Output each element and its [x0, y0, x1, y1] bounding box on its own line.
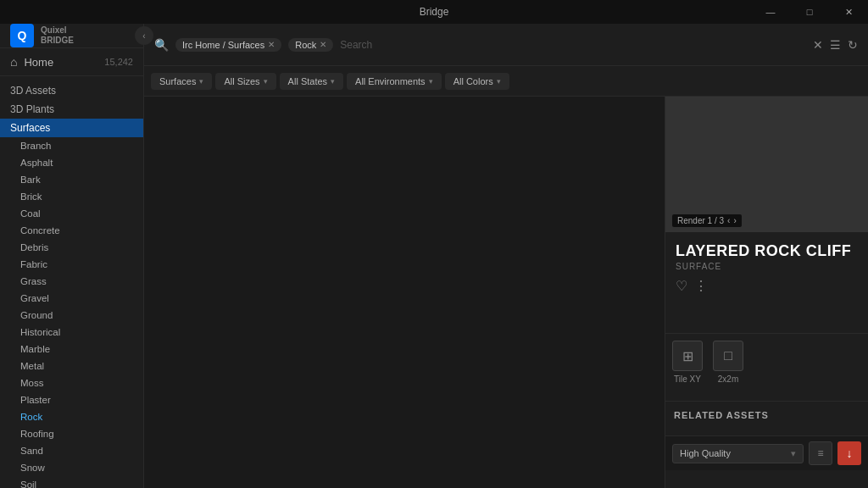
detail-subtitle: SURFACE — [676, 262, 858, 271]
favorite-button[interactable]: ♡ — [676, 278, 687, 294]
refresh-icon[interactable]: ↻ — [848, 38, 858, 52]
sidebar-item-fabric[interactable]: Fabric — [0, 256, 143, 273]
sidebar-item-roofing[interactable]: Roofing — [0, 425, 143, 442]
collapse-sidebar-button[interactable]: ‹ — [135, 26, 153, 45]
app-title: Bridge — [420, 6, 449, 18]
sidebar: Q Quixel BRIDGE ‹ ⌂ Home 15,242 3D Asset… — [0, 24, 144, 488]
nav-section: 3D Assets3D PlantsSurfacesBranchAsphaltB… — [0, 76, 143, 488]
filter-all-sizes[interactable]: All Sizes▾ — [215, 73, 275, 90]
search-bar: 🔍 Irc Home / Surfaces ✕ Rock ✕ ✕ ☰ ↻ — [144, 24, 868, 66]
app-container: Q Quixel BRIDGE ‹ ⌂ Home 15,242 3D Asset… — [0, 24, 868, 488]
asset-grid — [144, 97, 665, 488]
filter-chevron-icon: ▾ — [331, 77, 335, 86]
sidebar-item-asphalt[interactable]: Asphalt — [0, 154, 143, 171]
download-button[interactable]: ↓ — [837, 441, 861, 465]
search-tag-home[interactable]: Irc Home / Surfaces ✕ — [175, 38, 281, 52]
prev-render-button[interactable]: ‹ — [727, 216, 730, 225]
tile-size-button[interactable]: □ 2x2m — [713, 341, 743, 384]
settings-icon[interactable]: ☰ — [830, 38, 841, 52]
home-label: Home — [24, 56, 104, 69]
sidebar-item-grass[interactable]: Grass — [0, 273, 143, 290]
close-button[interactable]: ✕ — [829, 0, 868, 24]
titlebar: Bridge — □ ✕ — [0, 0, 868, 24]
logo-text: Quixel BRIDGE — [41, 25, 74, 46]
sidebar-item-brick[interactable]: Brick — [0, 188, 143, 205]
sidebar-item-soil[interactable]: Soil — [0, 476, 143, 488]
search-input[interactable] — [340, 39, 806, 51]
maximize-button[interactable]: □ — [790, 0, 829, 24]
sidebar-item-snow[interactable]: Snow — [0, 459, 143, 476]
sidebar-item-sand[interactable]: Sand — [0, 442, 143, 459]
tile-size-icon: □ — [713, 341, 743, 371]
filter-chevron-icon: ▾ — [429, 77, 433, 86]
quality-select[interactable]: High Quality ▾ — [672, 444, 804, 463]
main-area: Render 1 / 3 ‹ › LAYERED ROCK CLIFF SURF… — [144, 97, 868, 488]
sidebar-item-3d-assets[interactable]: 3D Assets — [0, 81, 143, 100]
tile-section: ⊞ Tile XY □ 2x2m — [665, 333, 868, 391]
window-controls: — □ ✕ — [751, 0, 868, 24]
minimize-button[interactable]: — — [751, 0, 790, 24]
filter-chevron-icon: ▾ — [497, 77, 501, 86]
sidebar-item-branch[interactable]: Branch — [0, 137, 143, 154]
detail-preview: Render 1 / 3 ‹ › — [665, 97, 868, 232]
sidebar-item-bark[interactable]: Bark — [0, 171, 143, 188]
remove-tag1-button[interactable]: ✕ — [268, 40, 275, 49]
related-section: RELATED ASSETS — [665, 401, 868, 435]
filter-surfaces[interactable]: Surfaces▾ — [151, 73, 212, 90]
filter-chevron-icon: ▾ — [264, 77, 268, 86]
sidebar-item-coal[interactable]: Coal — [0, 205, 143, 222]
detail-title: LAYERED ROCK CLIFF — [676, 242, 858, 260]
related-title: RELATED ASSETS — [674, 410, 860, 420]
filter-all-colors[interactable]: All Colors▾ — [445, 73, 509, 90]
content-area: 🔍 Irc Home / Surfaces ✕ Rock ✕ ✕ ☰ ↻ Sur… — [144, 24, 868, 488]
clear-search-button[interactable]: ✕ — [813, 38, 823, 52]
next-render-button[interactable]: › — [733, 216, 736, 225]
tile-xy-icon: ⊞ — [672, 341, 703, 371]
home-count: 15,242 — [104, 57, 133, 67]
sidebar-item-home[interactable]: ⌂ Home 15,242 — [0, 48, 143, 76]
sidebar-item-marble[interactable]: Marble — [0, 341, 143, 358]
download-options-button[interactable]: ≡ — [809, 441, 832, 465]
filter-all-environments[interactable]: All Environments▾ — [347, 73, 442, 90]
search-icon: 🔍 — [154, 38, 169, 52]
sidebar-item-debris[interactable]: Debris — [0, 239, 143, 256]
more-options-button[interactable]: ⋮ — [694, 278, 708, 294]
sidebar-item-concrete[interactable]: Concrete — [0, 222, 143, 239]
detail-info: LAYERED ROCK CLIFF SURFACE ♡ ⋮ — [665, 232, 868, 333]
sidebar-item-gravel[interactable]: Gravel — [0, 290, 143, 307]
detail-actions: ♡ ⋮ — [676, 278, 858, 294]
remove-tag2-button[interactable]: ✕ — [320, 40, 326, 49]
sidebar-item-surfaces[interactable]: Surfaces — [0, 119, 143, 137]
sidebar-item-moss[interactable]: Moss — [0, 374, 143, 391]
quality-chevron-icon: ▾ — [791, 448, 796, 459]
filter-all-states[interactable]: All States▾ — [280, 73, 343, 90]
sidebar-item-metal[interactable]: Metal — [0, 358, 143, 374]
search-tag-rock[interactable]: Rock ✕ — [288, 38, 333, 52]
home-icon: ⌂ — [10, 55, 17, 69]
download-bar: High Quality ▾ ≡ ↓ — [665, 435, 868, 470]
sidebar-item-plaster[interactable]: Plaster — [0, 391, 143, 408]
sidebar-item-ground[interactable]: Ground — [0, 307, 143, 324]
sidebar-item-historical[interactable]: Historical — [0, 324, 143, 341]
logo-area: Q Quixel BRIDGE ‹ — [0, 24, 143, 48]
detail-panel: Render 1 / 3 ‹ › LAYERED ROCK CLIFF SURF… — [665, 97, 868, 488]
filter-bar: Surfaces▾All Sizes▾All States▾All Enviro… — [144, 66, 868, 97]
filter-chevron-icon: ▾ — [199, 77, 203, 86]
logo-icon: Q — [10, 24, 34, 47]
render-indicator: Render 1 / 3 ‹ › — [672, 214, 742, 227]
sidebar-item-3d-plants[interactable]: 3D Plants — [0, 100, 143, 119]
sidebar-item-rock[interactable]: Rock — [0, 408, 143, 425]
tile-xy-button[interactable]: ⊞ Tile XY — [672, 341, 703, 384]
